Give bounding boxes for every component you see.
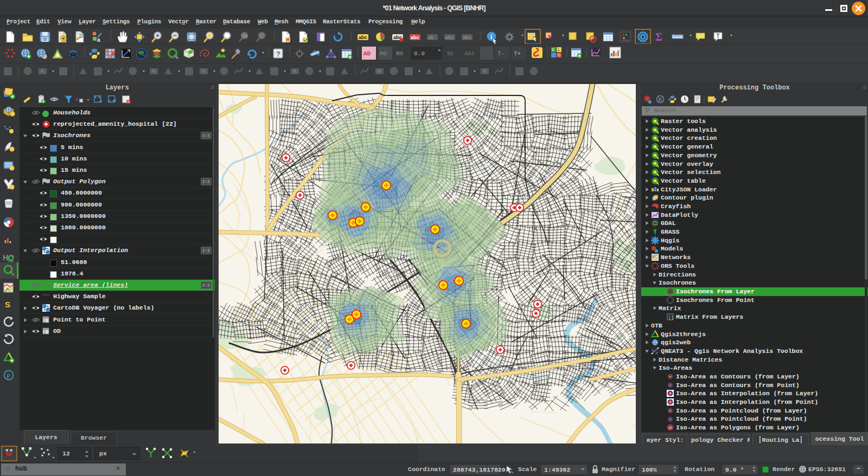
svg-text:T+: T+ bbox=[514, 50, 521, 57]
svg-text:T-: T- bbox=[497, 50, 505, 57]
svg-text:ab: ab bbox=[428, 35, 434, 40]
svg-text:1:1: 1:1 bbox=[242, 34, 248, 38]
svg-text:MO: MO bbox=[380, 50, 387, 57]
svg-text:abc: abc bbox=[445, 35, 454, 40]
svg-text:p: p bbox=[7, 372, 10, 379]
svg-text:T: T bbox=[716, 33, 720, 39]
svg-text:?: ? bbox=[276, 50, 280, 58]
svg-text:0.0: 0.0 bbox=[414, 50, 425, 57]
svg-text:S: S bbox=[5, 300, 10, 309]
svg-text:D: D bbox=[558, 53, 560, 57]
svg-text:SC: SC bbox=[447, 51, 454, 57]
svg-text:S: S bbox=[552, 48, 554, 52]
svg-text:ε: ε bbox=[76, 96, 79, 102]
svg-text:L: L bbox=[558, 48, 560, 52]
svg-text:ADJ: ADJ bbox=[464, 51, 474, 57]
svg-text:abc: abc bbox=[359, 35, 367, 40]
svg-text:R: R bbox=[659, 97, 663, 102]
svg-text:abc: abc bbox=[411, 35, 419, 40]
svg-text:abc: abc bbox=[463, 35, 471, 40]
svg-text:a: a bbox=[97, 37, 100, 43]
svg-text:RO: RO bbox=[396, 50, 404, 57]
svg-text:AD: AD bbox=[363, 50, 371, 57]
svg-text:Σ: Σ bbox=[655, 31, 662, 43]
svg-text:[]: [] bbox=[668, 315, 674, 320]
